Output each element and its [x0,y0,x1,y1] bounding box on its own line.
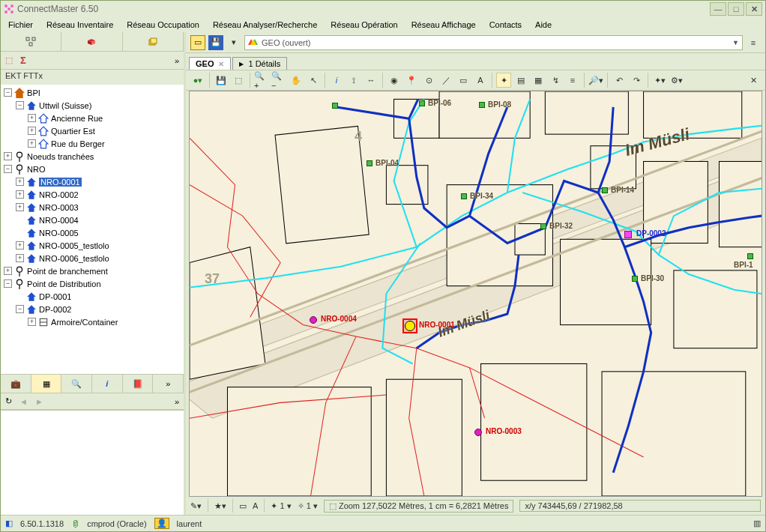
find-icon[interactable]: 🔎▾ [588,73,603,88]
expand-panel-icon[interactable]: » [175,56,179,65]
menu-fichier[interactable]: Fichier [8,20,33,29]
refresh-icon[interactable]: ↻ [5,396,12,406]
minimize-button[interactable]: — [710,2,726,16]
st-draw-icon[interactable]: ✎▾ [190,501,202,511]
pan-icon[interactable]: ✋ [289,73,304,88]
left-tb-layer-icon[interactable] [123,32,184,51]
tab-binoculars-icon[interactable]: 🔍 [61,375,92,393]
route-icon[interactable]: ≡ [565,73,580,88]
tree-item-nro-0004[interactable]: NRO-0004 [1,214,184,226]
tab-geo-close-icon[interactable]: ✕ [218,60,224,68]
node-bpi-34[interactable] [461,193,467,199]
close-button[interactable]: ✕ [746,2,762,16]
tree-item-noeuds[interactable]: + Noeuds tranchées [1,150,184,163]
status-right-icon[interactable]: ▥ [753,519,761,528]
node-bpi-32[interactable] [540,223,546,229]
document-dropdown[interactable]: GEO (ouvert) ▼ [244,35,743,50]
snap-icon[interactable]: ✦ [496,73,511,88]
node-bpi-08[interactable] [479,102,485,108]
dropdown-arrow-icon[interactable]: ▼ [732,39,739,46]
info-tool-icon[interactable]: i [329,73,344,88]
tree-item-rue-du-berger[interactable]: + Rue du Berger [1,137,184,150]
menu-aide[interactable]: Aide [535,20,552,29]
left-tb-brick-icon[interactable] [61,32,122,51]
ruler-icon[interactable]: ↔ [364,73,379,88]
zoom-out-icon[interactable]: 🔍− [271,73,286,88]
node-green-top[interactable] [332,103,338,109]
menu-reseau-operation[interactable]: Réseau Opération [331,20,397,29]
tab-table-icon[interactable]: ▦ [31,375,62,393]
measure-icon[interactable]: ⟟ [346,73,361,88]
tab-geo[interactable]: GEO ✕ [189,57,231,70]
tree-item-armoire[interactable]: + Armoire/Container [1,315,184,328]
trace-icon[interactable]: ↯ [548,73,563,88]
node-dp-0002[interactable] [624,231,632,238]
menu-contacts[interactable]: Contacts [489,20,522,29]
tab-expand-icon[interactable]: » [153,375,184,393]
tree-item-nro[interactable]: − NRO [1,163,184,175]
st-snap1-icon[interactable]: ✦ 1 ▾ [271,501,291,511]
node-nro-0004[interactable] [310,316,317,324]
tab-warn-icon[interactable]: 📕 [123,375,154,393]
grid-icon[interactable]: ▦ [531,73,546,88]
tree-view[interactable]: − BPI − Uttwil (Suisse) + Ancienne Rue +… [1,85,184,374]
tree-item-dp-0001[interactable]: DP-0001 [1,290,184,303]
doc-gear-icon[interactable]: ≡ [746,35,761,50]
tree-item-ancienne-rue[interactable]: + Ancienne Rue [1,112,184,124]
node-bpi-30[interactable] [632,276,638,282]
node-nro-0003[interactable] [474,429,482,436]
pin-icon[interactable]: 📍 [404,73,419,88]
menu-reseau-analyser[interactable]: Réseau Analyser/Recherche [213,20,317,29]
tree-item-nro-0005t[interactable]: + NRO-0005_testlolo [1,239,184,252]
close-map-icon[interactable]: ✕ [746,73,761,88]
collapse-inspector-icon[interactable]: » [175,397,179,406]
st-star-icon[interactable]: ★▾ [214,501,226,511]
settings-dd-icon[interactable]: ⚙▾ [669,73,684,88]
maximize-button[interactable]: □ [728,2,744,16]
node-nro-0001[interactable] [405,321,415,331]
tree-item-point-distribution[interactable]: − Point de Distribution [1,277,184,290]
tab-details[interactable]: ▶ 1 Détails [232,57,287,70]
tab-briefcase-icon[interactable]: 💼 [1,375,31,393]
save-doc-icon[interactable]: 💾 [208,35,223,50]
text-tool-icon[interactable]: A [473,73,488,88]
st-snap2-icon[interactable]: ✧ 1 ▾ [298,501,318,511]
save-icon[interactable]: 💾 [214,73,229,88]
node-bpi-1[interactable] [747,253,753,259]
node-bpi-14[interactable] [602,187,608,193]
zoom-in-icon[interactable]: 🔍+ [254,73,269,88]
tab-info-icon[interactable]: i [92,375,123,393]
tool-dd-icon[interactable]: ✦▾ [652,73,667,88]
select-arrow-icon[interactable]: ↖ [306,73,321,88]
extent-icon[interactable]: ⬚ [231,73,246,88]
tree-item-nro-0002[interactable]: + NRO-0002 [1,188,184,201]
tree-item-dp-0002[interactable]: − DP-0002 [1,303,184,315]
window-icon[interactable]: ▭ [190,35,205,50]
menu-reseau-affichage[interactable]: Réseau Affichage [411,20,476,29]
collapse-icon[interactable]: ⬚ [5,55,13,65]
tree-item-point-branchement[interactable]: + Point de branchement [1,265,184,277]
draw-line-icon[interactable]: ／ [438,73,453,88]
tree-item-nro-0003[interactable]: + NRO-0003 [1,201,184,214]
st-text-icon[interactable]: A [253,501,258,510]
layers-icon[interactable]: ▤ [513,73,528,88]
tree-item-nro-0001[interactable]: + NRO-0001 [1,175,184,188]
tree-item-quartier-est[interactable]: + Quartier Est [1,124,184,137]
tree-item-nro-0006t[interactable]: + NRO-0006_testlolo [1,252,184,265]
sigma-icon[interactable]: Σ [20,55,26,66]
doc-dropdown-arrow[interactable]: ▾ [226,35,241,50]
redo-icon[interactable]: ↷ [629,73,644,88]
marker-icon[interactable]: ◉ [387,73,402,88]
menu-reseau-occupation[interactable]: Réseau Occupation [127,20,199,29]
forward-icon[interactable]: ► [35,397,43,406]
left-tb-tree-icon[interactable] [1,32,61,51]
map-canvas[interactable]: 4 37 Im Müsli Im Müsli BPI-06 BPI-08 BPI… [189,91,762,497]
st-rect-icon[interactable]: ▭ [239,501,247,511]
tree-item-nro-0005[interactable]: NRO-0005 [1,226,184,239]
draw-rect-icon[interactable]: ▭ [456,73,471,88]
tree-item-bpi[interactable]: − BPI [1,86,184,99]
node-bpi-06[interactable] [419,100,425,106]
back-icon[interactable]: ◄ [19,397,28,406]
menu-reseau-inventaire[interactable]: Réseau Inventaire [46,20,113,29]
tree-item-uttwil[interactable]: − Uttwil (Suisse) [1,99,184,112]
